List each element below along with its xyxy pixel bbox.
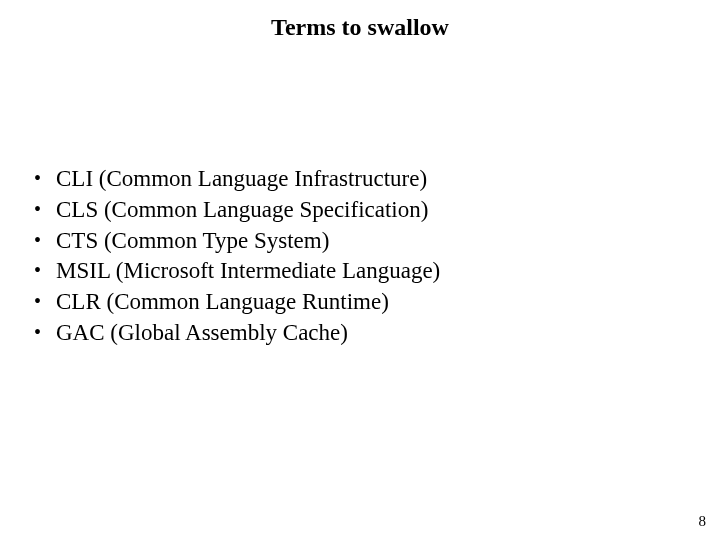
list-item: MSIL (Microsoft Intermediate Language) <box>30 257 670 286</box>
list-item: CTS (Common Type System) <box>30 227 670 256</box>
slide-title: Terms to swallow <box>0 14 720 41</box>
page-number: 8 <box>699 513 707 530</box>
list-item: GAC (Global Assembly Cache) <box>30 319 670 348</box>
list-item: CLI (Common Language Infrastructure) <box>30 165 670 194</box>
list-item: CLR (Common Language Runtime) <box>30 288 670 317</box>
slide: Terms to swallow CLI (Common Language In… <box>0 0 720 540</box>
list-item: CLS (Common Language Specification) <box>30 196 670 225</box>
slide-body: CLI (Common Language Infrastructure) CLS… <box>30 165 670 350</box>
bullet-list: CLI (Common Language Infrastructure) CLS… <box>30 165 670 348</box>
